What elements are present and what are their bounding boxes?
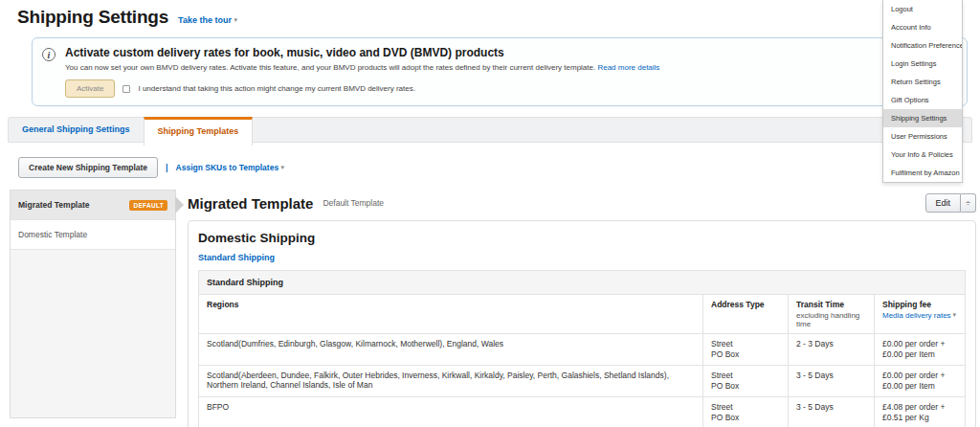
menu-item-return-settings[interactable]: Return Settings <box>883 73 962 91</box>
list-item-migrated-template[interactable]: Migrated TemplateDEFAULT <box>11 191 175 220</box>
banner-body-text: You can now set your own BMVD delivery r… <box>65 63 595 72</box>
tab-shipping-templates[interactable]: Shipping Templates <box>144 117 254 146</box>
cell-shipping-fee: £0.00 per order +£0.00 per Item <box>875 334 966 366</box>
menu-item-gift-options[interactable]: Gift Options <box>883 91 962 109</box>
cell-regions: BFPO <box>199 397 703 427</box>
default-badge: DEFAULT <box>129 200 167 211</box>
content-area: Migrated TemplateDEFAULTDomestic Templat… <box>10 190 980 427</box>
media-delivery-rates-link[interactable]: Media delivery rates <box>882 311 951 320</box>
activate-button[interactable]: Activate <box>65 79 115 98</box>
column-header-transit-time: Transit Timeexcluding handling time <box>789 295 875 334</box>
rates-table-body: Standard ShippingRegionsAddress TypeTran… <box>199 271 966 427</box>
menu-item-your-info-policies[interactable]: Your Info & Policies <box>883 146 962 164</box>
menu-item-fulfilment-by-amazon[interactable]: Fulfilment by Amazon <box>883 164 962 182</box>
menu-item-notification-preferences[interactable]: Notification Preferences <box>883 36 962 55</box>
template-subtitle: Default Template <box>323 198 384 208</box>
cell-address-type: StreetPO Box <box>703 334 789 366</box>
banner-heading: Activate custom delivery rates for book,… <box>65 46 659 60</box>
templates-toolbar: Create New Shipping Template | Assign SK… <box>18 157 980 178</box>
column-header-address-type: Address Type <box>703 295 789 334</box>
create-new-shipping-template-button[interactable]: Create New Shipping Template <box>18 157 158 178</box>
template-list: Migrated TemplateDEFAULTDomestic Templat… <box>10 190 176 418</box>
template-name: Migrated Template <box>18 200 89 210</box>
template-detail: Migrated Template Default Template Edit … <box>188 190 976 427</box>
settings-tabbar: General Shipping Settings Shipping Templ… <box>8 117 972 143</box>
chevron-down-icon: ▾ <box>951 311 956 318</box>
cell-transit-time: 3 - 5 Days <box>789 366 875 397</box>
menu-item-shipping-settings[interactable]: Shipping Settings <box>883 109 962 127</box>
menu-item-user-permissions[interactable]: User Permissions <box>883 127 962 146</box>
bmvd-info-banner: i Activate custom delivery rates for boo… <box>32 37 968 106</box>
cell-transit-time: 3 - 5 Days <box>789 397 875 427</box>
cell-regions: Scotland(Dumfries, Edinburgh, Glasgow, K… <box>199 334 703 366</box>
understand-checkbox-label: I understand that taking this action mig… <box>138 84 414 93</box>
assign-skus-link[interactable]: Assign SKUs to Templates <box>176 163 279 172</box>
page-header: Shipping Settings Take the tour ▾ <box>0 0 980 28</box>
cell-shipping-fee: £0.00 per order +£0.00 per Item <box>875 366 966 397</box>
template-title: Migrated Template <box>188 195 313 212</box>
info-icon: i <box>42 48 56 61</box>
cell-address-type: StreetPO Box <box>703 366 789 397</box>
table-group-header: Standard Shipping <box>199 271 966 295</box>
menu-item-account-info[interactable]: Account Info <box>883 18 962 36</box>
table-row: Scotland(Aberdeen, Dundee, Falkirk, Oute… <box>199 366 966 397</box>
chevron-down-icon: ▾ <box>234 16 237 23</box>
cell-shipping-fee: £4.08 per order +£0.51 per Kg <box>875 397 966 427</box>
column-header-regions: Regions <box>199 295 703 334</box>
tab-general-shipping-settings[interactable]: General Shipping Settings <box>9 118 144 142</box>
read-more-link[interactable]: Read more details <box>597 63 659 72</box>
cell-regions: Scotland(Aberdeen, Dundee, Falkirk, Oute… <box>199 366 703 397</box>
understand-checkbox[interactable] <box>122 85 130 93</box>
edit-split-button: Edit ÷ <box>925 193 976 213</box>
chevron-down-icon: ▾ <box>281 164 285 170</box>
template-name: Domestic Template <box>18 230 87 239</box>
card-title: Domestic Shipping <box>198 231 966 245</box>
menu-item-logout[interactable]: Logout <box>883 0 962 18</box>
take-the-tour-link[interactable]: Take the tour <box>178 15 232 25</box>
edit-button[interactable]: Edit <box>925 193 962 213</box>
edit-dropdown-toggle-icon[interactable]: ÷ <box>961 193 976 213</box>
table-row: BFPOStreetPO Box3 - 5 Days£4.08 per orde… <box>199 397 966 427</box>
list-item-domestic-template[interactable]: Domestic Template <box>11 220 175 250</box>
separator: | <box>166 163 168 172</box>
transit-subnote: excluding handling time <box>796 311 866 328</box>
selected-notch <box>175 196 184 214</box>
table-row: Scotland(Dumfries, Edinburgh, Glasgow, K… <box>199 334 966 366</box>
column-header-shipping-fee: Shipping feeMedia delivery rates ▾ <box>875 295 966 334</box>
account-settings-menu: LogoutAccount InfoNotification Preferenc… <box>882 0 963 183</box>
domestic-shipping-card: Domestic Shipping Standard Shipping Stan… <box>188 220 976 427</box>
cell-transit-time: 2 - 3 Days <box>789 334 875 366</box>
rates-table: Standard ShippingRegionsAddress TypeTran… <box>198 270 966 427</box>
standard-shipping-link[interactable]: Standard Shipping <box>198 253 275 262</box>
page-title: Shipping Settings <box>17 7 168 28</box>
menu-item-login-settings[interactable]: Login Settings <box>883 55 962 73</box>
cell-address-type: StreetPO Box <box>703 397 789 427</box>
